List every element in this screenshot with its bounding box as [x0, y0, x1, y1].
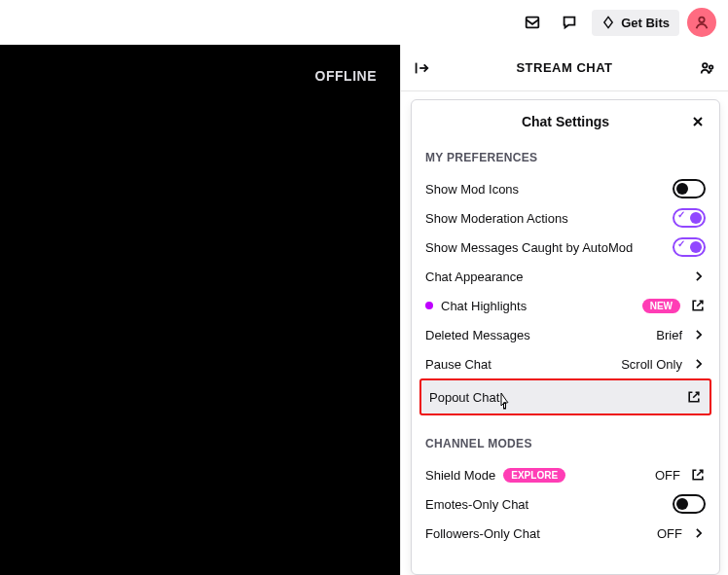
chevron-right-icon	[692, 270, 706, 283]
toggle-emotes[interactable]	[673, 494, 706, 514]
row-pause[interactable]: Pause Chat Scroll Only	[425, 349, 706, 378]
row-deleted[interactable]: Deleted Messages Brief	[425, 320, 706, 349]
toggle-mod-actions[interactable]	[673, 208, 706, 228]
value-shield: OFF	[655, 468, 680, 483]
chevron-right-icon	[692, 328, 706, 341]
svg-rect-0	[527, 18, 539, 28]
label-highlights: Chat Highlights	[441, 299, 527, 313]
row-popout-chat[interactable]: Popout Chat	[419, 378, 711, 415]
label-mod-actions: Show Moderation Actions	[425, 211, 568, 226]
cursor-icon	[497, 391, 513, 411]
row-appearance[interactable]: Chat Appearance	[425, 262, 706, 291]
label-deleted: Deleted Messages	[425, 328, 530, 342]
get-bits-button[interactable]: Get Bits	[592, 10, 679, 36]
toggle-automod[interactable]	[673, 237, 706, 257]
video-player: OFFLINE	[0, 45, 400, 575]
row-emotes: Emotes-Only Chat	[425, 489, 706, 519]
popout-icon	[690, 467, 706, 483]
offline-label: OFFLINE	[315, 68, 377, 84]
svg-point-1	[699, 18, 704, 22]
label-appearance: Chat Appearance	[425, 270, 523, 284]
label-followers: Followers-Only Chat	[425, 526, 540, 541]
label-popout: Popout Chat	[429, 390, 499, 405]
popout-icon	[690, 298, 706, 313]
close-button[interactable]	[686, 110, 710, 133]
row-mod-icons: Show Mod Icons	[425, 174, 706, 203]
chevron-right-icon	[692, 357, 706, 371]
row-highlights[interactable]: Chat Highlights NEW	[425, 291, 706, 320]
value-followers: OFF	[657, 526, 682, 541]
row-shield[interactable]: Shield Mode EXPLORE OFF	[425, 460, 706, 489]
badge-explore: EXPLORE	[503, 468, 565, 483]
label-emotes: Emotes-Only Chat	[425, 497, 528, 512]
highlight-dot-icon	[425, 302, 433, 309]
value-pause: Scroll Only	[621, 357, 682, 372]
label-pause: Pause Chat	[425, 357, 491, 372]
chat-column: STREAM CHAT 1:47 tamal2025: sacxsacxsd 1…	[400, 45, 728, 575]
value-deleted: Brief	[656, 328, 682, 342]
chat-settings-panel: Chat Settings MY PREFERENCES Show Mod Ic…	[411, 99, 720, 575]
whispers-icon[interactable]	[555, 8, 584, 37]
section-title-modes: CHANNEL MODES	[425, 437, 706, 450]
panel-title: Chat Settings	[522, 114, 609, 129]
row-followers[interactable]: Followers-Only Chat OFF	[425, 519, 706, 548]
inbox-icon[interactable]	[518, 8, 547, 37]
badge-new: NEW	[642, 299, 680, 313]
user-avatar[interactable]	[687, 8, 716, 37]
toggle-mod-icons[interactable]	[673, 179, 706, 198]
collapse-chat-icon[interactable]	[411, 59, 432, 77]
close-icon	[690, 114, 706, 129]
chat-header: STREAM CHAT	[401, 45, 728, 91]
chevron-right-icon	[692, 526, 706, 540]
get-bits-label: Get Bits	[621, 16, 670, 30]
label-mod-icons: Show Mod Icons	[425, 182, 519, 197]
top-bar: Get Bits	[0, 0, 728, 45]
row-mod-actions: Show Moderation Actions	[425, 203, 706, 233]
label-automod: Show Messages Caught by AutoMod	[425, 240, 633, 255]
chat-title: STREAM CHAT	[432, 60, 697, 75]
popout-icon	[686, 389, 702, 405]
row-automod: Show Messages Caught by AutoMod	[425, 233, 706, 262]
svg-point-2	[703, 63, 708, 68]
svg-rect-4	[504, 403, 506, 409]
label-shield: Shield Mode	[425, 468, 495, 483]
bits-icon	[601, 16, 615, 29]
section-title-prefs: MY PREFERENCES	[425, 151, 706, 164]
community-icon[interactable]	[697, 59, 718, 77]
svg-point-3	[710, 65, 713, 69]
